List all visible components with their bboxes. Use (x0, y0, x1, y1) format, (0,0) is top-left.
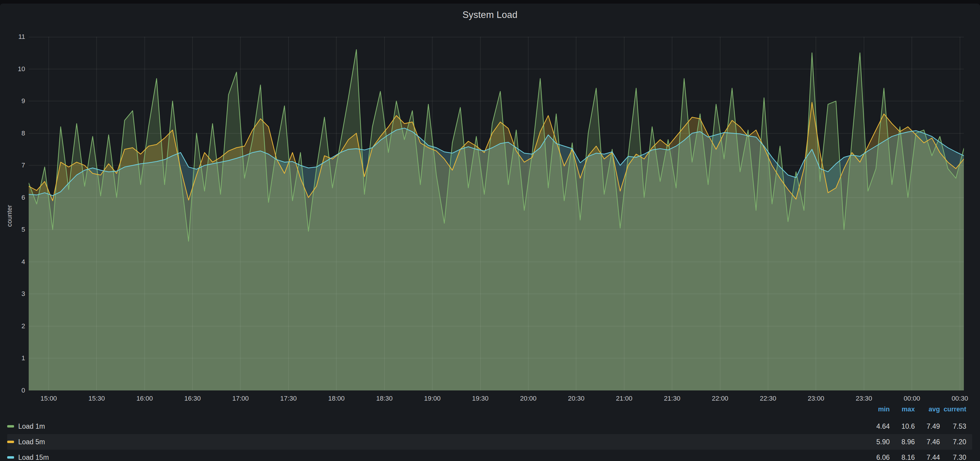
x-tick-label: 22:00 (699, 395, 741, 402)
legend-header-min[interactable]: min (865, 405, 890, 413)
legend-value-current: 7.20 (940, 438, 966, 446)
legend-toggle-load-15m[interactable]: Load 15m (7, 453, 865, 461)
legend-value-current: 7.53 (940, 423, 966, 431)
legend-header-row: minmaxavgcurrent (7, 403, 972, 416)
legend-value-min: 6.06 (865, 453, 890, 461)
y-tick-label: 7 (4, 161, 25, 169)
legend-row-load-1m[interactable]: Load 1m4.6410.67.497.53 (7, 418, 972, 434)
y-tick-label: 1 (4, 354, 25, 362)
x-tick-label: 16:30 (172, 395, 213, 402)
legend-value-max: 10.6 (890, 423, 915, 431)
x-tick-label: 00:30 (939, 395, 980, 402)
y-tick-label: 9 (4, 97, 25, 105)
x-tick-label: 00:00 (891, 395, 933, 402)
x-tick-label: 23:00 (795, 395, 837, 402)
x-tick-label: 22:30 (747, 395, 789, 402)
load-chart-svg[interactable] (29, 37, 964, 391)
legend-value-min: 5.90 (865, 438, 890, 446)
x-tick-label: 18:30 (364, 395, 406, 402)
y-tick-label: 6 (4, 194, 25, 202)
y-tick-label: 2 (4, 322, 25, 330)
legend-row-load-15m[interactable]: Load 15m6.068.167.447.30 (7, 450, 972, 461)
y-tick-label: 8 (4, 129, 25, 137)
series-label: Load 15m (18, 453, 49, 461)
legend-header-avg[interactable]: avg (915, 405, 940, 413)
x-tick-label: 20:00 (508, 395, 549, 402)
legend-value-max: 8.96 (890, 438, 915, 446)
legend-row-load-5m[interactable]: Load 5m5.908.967.467.20 (7, 434, 972, 450)
legend-value-min: 4.64 (865, 423, 890, 431)
y-tick-label: 10 (4, 65, 25, 73)
x-tick-label: 19:00 (411, 395, 453, 402)
x-tick-label: 21:00 (603, 395, 645, 402)
y-tick-label: 3 (4, 290, 25, 298)
legend-header-current[interactable]: current (940, 405, 966, 413)
y-tick-label: 5 (4, 226, 25, 234)
series-label: Load 5m (18, 438, 45, 446)
graph-panel: System Load counter 01234567891011 15:00… (0, 3, 980, 461)
y-axis-label: counter (6, 205, 13, 227)
x-tick-label: 23:30 (843, 395, 885, 402)
series-color-swatch (7, 425, 14, 428)
y-tick-label: 0 (4, 386, 25, 394)
legend-value-current: 7.30 (940, 453, 966, 461)
legend-header-max[interactable]: max (890, 405, 915, 413)
legend-toggle-load-5m[interactable]: Load 5m (7, 438, 865, 446)
panel-title[interactable]: System Load (0, 10, 980, 20)
x-tick-label: 16:00 (124, 395, 165, 402)
x-tick-label: 17:30 (267, 395, 309, 402)
legend-value-avg: 7.44 (915, 453, 940, 461)
y-tick-label: 11 (4, 33, 25, 41)
legend-toggle-load-1m[interactable]: Load 1m (7, 423, 865, 431)
series-color-swatch (7, 441, 14, 443)
x-tick-label: 15:30 (76, 395, 118, 402)
x-tick-label: 20:30 (555, 395, 597, 402)
x-tick-label: 18:00 (315, 395, 357, 402)
series-label: Load 1m (18, 423, 45, 431)
x-tick-label: 21:30 (651, 395, 693, 402)
legend-value-avg: 7.46 (915, 438, 940, 446)
x-tick-label: 15:00 (28, 395, 70, 402)
x-tick-label: 19:30 (460, 395, 501, 402)
legend-value-max: 8.16 (890, 453, 915, 461)
x-tick-label: 17:00 (220, 395, 261, 402)
legend-value-avg: 7.49 (915, 423, 940, 431)
chart-plot-area[interactable] (29, 37, 964, 391)
series-color-swatch (7, 456, 14, 459)
y-tick-label: 4 (4, 258, 25, 266)
